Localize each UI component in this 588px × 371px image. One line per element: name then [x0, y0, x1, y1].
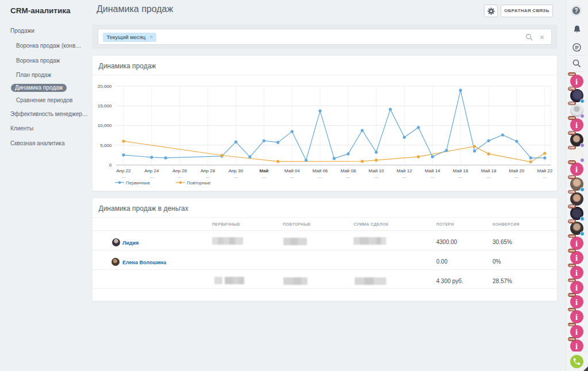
svg-text:Май 20: Май 20 [509, 168, 525, 173]
svg-text:Май 04: Май 04 [285, 168, 300, 173]
svg-text:Первичные: Первичные [126, 180, 151, 186]
svg-text:Апр 22: Апр 22 [116, 168, 131, 173]
svg-text:Апр 24: Апр 24 [144, 168, 159, 173]
svg-text:20,000: 20,000 [98, 84, 112, 89]
svg-text:Май 06: Май 06 [313, 168, 328, 173]
svg-text:Апр 26: Апр 26 [172, 168, 187, 173]
svg-text:Апр 30: Апр 30 [229, 168, 244, 173]
svg-text:Май 14: Май 14 [425, 168, 440, 173]
svg-text:Май 18: Май 18 [481, 168, 497, 173]
svg-text:10,000: 10,000 [98, 123, 112, 128]
svg-text:Май 12: Май 12 [397, 168, 412, 173]
svg-text:Апр 28: Апр 28 [201, 168, 216, 173]
svg-text:Май 10: Май 10 [368, 168, 384, 173]
svg-text:15,000: 15,000 [98, 103, 112, 109]
svg-text:Май 22: Май 22 [537, 168, 552, 173]
svg-text:0: 0 [109, 163, 112, 168]
svg-text:Май 08: Май 08 [340, 168, 356, 173]
svg-text:Повторные: Повторные [187, 180, 211, 186]
svg-text:Май: Май [259, 168, 268, 173]
svg-text:Май 16: Май 16 [453, 168, 468, 173]
svg-text:5,000: 5,000 [100, 143, 112, 148]
